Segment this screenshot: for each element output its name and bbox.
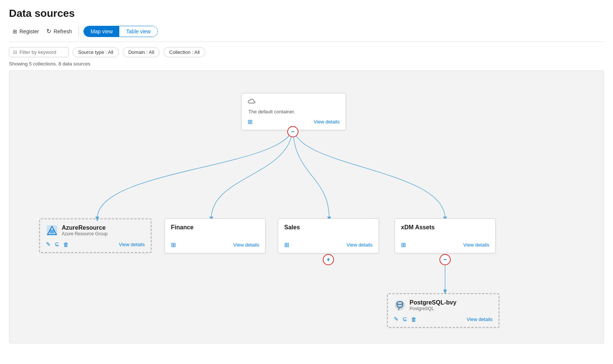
root-collapse-button[interactable]: − [287, 126, 298, 137]
page-title: Data sources [9, 7, 604, 19]
register-button[interactable]: ⊞ Register [9, 26, 43, 37]
postgres-delete-icon[interactable]: 🗑 [411, 316, 417, 322]
postgres-edit-icon[interactable]: ✎ [394, 316, 399, 322]
summary-text: Showing 5 collections, 8 data sources [9, 61, 604, 67]
root-card: The default container. ⊞ View details [241, 93, 346, 130]
root-card-footer: ⊞ View details [248, 118, 340, 125]
postgres-ds-header: PostgreSQL-bvy PostgreSQL [394, 299, 493, 311]
finance-grid-icon: ⊞ [171, 241, 176, 248]
source-type-filter[interactable]: Source type : All [73, 47, 119, 57]
azure-edit-icon[interactable]: ✎ [46, 241, 51, 248]
azure-ds-type: Azure Resource Group [62, 231, 108, 236]
register-icon: ⊞ [13, 28, 17, 34]
page-container: Data sources ⊞ Register ↻ Refresh Map vi… [0, 0, 613, 364]
postgres-ds-name: PostgreSQL-bvy [410, 299, 456, 306]
postgres-copy-icon[interactable]: ⊆ [402, 316, 407, 322]
xdm-footer: ⊞ View details [401, 241, 489, 248]
azure-ds-header: AzureResource Azure Resource Group [46, 224, 145, 236]
refresh-icon: ↻ [46, 28, 51, 35]
azure-ds-info: AzureResource Azure Resource Group [62, 224, 108, 236]
sales-collection-card: Sales ⊞ View details [278, 218, 379, 253]
finance-footer: ⊞ View details [171, 241, 259, 248]
filters-bar: ⊟ Source type : All Domain : All Collect… [9, 47, 604, 57]
filter-icon: ⊟ [13, 49, 17, 55]
toolbar-divider [79, 26, 79, 37]
svg-rect-7 [50, 230, 54, 233]
xdm-view-details-link[interactable]: View details [463, 242, 489, 248]
toolbar: ⊞ Register ↻ Refresh Map view Table view [9, 25, 604, 42]
collection-filter[interactable]: Collection : All [163, 47, 205, 57]
map-view-button[interactable]: Map view [84, 26, 119, 37]
xdm-title: xDM Assets [401, 224, 489, 231]
sales-expand-button[interactable]: + [323, 254, 334, 265]
finance-view-details-link[interactable]: View details [233, 242, 259, 248]
azure-ds-name: AzureResource [62, 224, 108, 231]
azure-resource-card: AzureResource Azure Resource Group ✎ ⊆ 🗑… [39, 218, 151, 253]
xdm-collection-card: xDM Assets ⊞ View details [395, 218, 496, 253]
postgres-view-details-link[interactable]: View details [467, 316, 493, 322]
azure-copy-icon[interactable]: ⊆ [55, 241, 59, 248]
table-view-button[interactable]: Table view [119, 26, 157, 37]
domain-filter[interactable]: Domain : All [123, 47, 160, 57]
root-card-description: The default container. [248, 109, 340, 114]
postgres-card: PostgreSQL-bvy PostgreSQL ✎ ⊆ 🗑 View det… [387, 293, 499, 328]
refresh-button[interactable]: ↻ Refresh [43, 25, 76, 37]
sales-grid-icon: ⊞ [284, 241, 289, 248]
root-grid-icon: ⊞ [248, 118, 252, 125]
finance-title: Finance [171, 224, 259, 231]
azure-ds-actions: ✎ ⊆ 🗑 View details [46, 241, 145, 248]
root-view-details-link[interactable]: View details [314, 119, 340, 125]
azure-delete-icon[interactable]: 🗑 [63, 241, 69, 248]
postgres-ds-info: PostgreSQL-bvy PostgreSQL [410, 299, 456, 311]
sales-view-details-link[interactable]: View details [347, 242, 373, 248]
keyword-filter[interactable]: ⊟ [9, 47, 69, 57]
xdm-grid-icon: ⊞ [401, 241, 406, 248]
azure-icon [46, 224, 58, 236]
postgres-ds-type: PostgreSQL [410, 306, 456, 311]
finance-collection-card: Finance ⊞ View details [165, 218, 266, 253]
map-canvas: The default container. ⊞ View details − [9, 70, 604, 343]
view-toggle: Map view Table view [83, 26, 158, 37]
xdm-collapse-button[interactable]: − [439, 254, 451, 265]
sales-footer: ⊞ View details [284, 241, 373, 248]
sales-title: Sales [284, 224, 373, 231]
keyword-input[interactable] [19, 49, 64, 55]
postgres-ds-actions: ✎ ⊆ 🗑 View details [394, 316, 493, 322]
postgres-icon [394, 299, 406, 311]
azure-view-details-link[interactable]: View details [119, 242, 145, 247]
cloud-icon [248, 99, 340, 107]
